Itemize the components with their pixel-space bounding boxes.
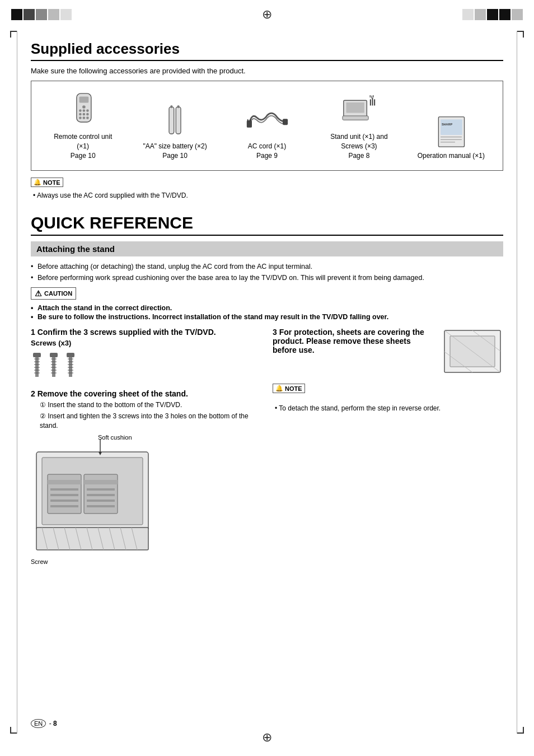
steps-right-column: 3 For protection, sheets are covering th…	[273, 328, 503, 564]
screw-icon-2	[48, 353, 60, 381]
svg-point-5	[86, 109, 89, 112]
svg-rect-70	[87, 500, 115, 502]
corner-tl	[10, 31, 17, 38]
page-footer: EN - 8	[31, 719, 57, 728]
accessories-box: Remote control unit(×1)Page 10 "AA" size…	[31, 81, 503, 171]
step-1-number: 1 Confirm the 3 screws supplied with the…	[31, 328, 261, 337]
reg-block-5	[60, 9, 72, 20]
reg-block-3	[36, 9, 47, 20]
step-3-text: For protection, sheets are covering the …	[273, 328, 424, 354]
stand-unit-icon: ï¡ï	[338, 95, 380, 129]
step-3-note: 🔔 NOTE • To detach the stand, perform th…	[273, 384, 503, 412]
svg-point-10	[82, 116, 85, 119]
tvdvd-illustration-wrapper: Soft cushion	[31, 435, 261, 565]
step-2: 2 Remove the covering sheet of the stand…	[31, 389, 261, 564]
svg-rect-22	[343, 116, 368, 120]
screw-3	[64, 353, 77, 381]
step-3: 3 For protection, sheets are covering th…	[273, 328, 503, 412]
battery-label: "AA" size battery (×2)Page 10	[132, 142, 218, 161]
svg-rect-19	[283, 119, 288, 125]
reg-block-r2	[499, 9, 510, 20]
caution-label: CAUTION	[44, 290, 72, 297]
svg-point-11	[86, 116, 89, 119]
precaution-bullet-1: Before attaching (or detaching) the stan…	[31, 262, 503, 272]
tvdvd-stand-illustration	[31, 446, 160, 556]
steps-columns: 1 Confirm the 3 screws supplied with the…	[31, 328, 503, 564]
svg-rect-21	[346, 102, 364, 113]
section-divider-1	[31, 60, 503, 61]
page-number: 8	[53, 720, 57, 727]
step-2-sub-1: ① Insert the stand to the bottom of the …	[31, 400, 261, 410]
step-3-number: 3 For protection, sheets are covering th…	[273, 328, 436, 354]
svg-rect-14	[176, 107, 181, 134]
steps-left-column: 1 Confirm the 3 screws supplied with the…	[31, 328, 261, 564]
reg-block-1	[11, 9, 22, 20]
note-label-1: 🔔 NOTE	[31, 178, 63, 187]
svg-rect-69	[50, 500, 78, 502]
caution-box: ⚠ CAUTION	[31, 287, 76, 300]
screws-illustration	[31, 353, 261, 381]
step-2-number: 2 Remove the covering sheet of the stand…	[31, 389, 261, 398]
note-icon: 🔔	[34, 179, 41, 186]
attaching-stand-header: Attaching the stand	[31, 241, 503, 256]
margin-left	[17, 31, 17, 734]
bottom-crosshair: ⊕	[262, 730, 272, 745]
footer-dash: -	[49, 720, 53, 727]
svg-rect-65	[50, 488, 78, 491]
svg-rect-28	[441, 119, 462, 135]
ac-cord-label: AC cord (×1)Page 9	[224, 142, 310, 161]
accessory-battery: "AA" size battery (×2)Page 10	[129, 99, 221, 161]
operation-manual-icon: SHARP	[434, 114, 468, 148]
svg-rect-73	[36, 528, 148, 550]
svg-rect-1	[79, 96, 88, 102]
corner-br	[517, 727, 524, 734]
stand-label: Stand unit (×1) andScrews (×3)Page 8	[316, 132, 402, 160]
accessory-stand: ï¡ï Stand unit (×1) andScrews (×3)Page 8	[313, 90, 405, 160]
soft-cushion-arrow	[97, 440, 104, 456]
remote-control-icon	[68, 92, 99, 129]
svg-rect-15	[177, 105, 180, 108]
step-2-text: Remove the covering sheet of the stand.	[38, 389, 188, 398]
reg-block-4	[48, 9, 59, 20]
svg-rect-71	[50, 505, 78, 507]
svg-text:SHARP: SHARP	[442, 123, 453, 126]
step-1-text: Confirm the 3 screws supplied with the T…	[38, 328, 216, 337]
svg-marker-58	[99, 452, 102, 455]
bold-bullet-2: Be sure to follow the instructions. Inco…	[31, 313, 503, 321]
note-box-2: 🔔 NOTE	[273, 384, 503, 393]
quick-reference-title: QUICK REFERENCE	[31, 213, 503, 232]
svg-point-3	[79, 109, 82, 112]
manual-label: Operation manual (×1)	[408, 151, 494, 161]
accessory-remote: Remote control unit(×1)Page 10	[37, 90, 129, 160]
svg-rect-63	[48, 480, 81, 484]
svg-rect-12	[169, 107, 174, 134]
battery-icon-area	[132, 99, 218, 138]
screw-icon-1	[31, 353, 43, 381]
svg-rect-68	[87, 494, 115, 496]
bold-bullet-1: Attach the stand in the correct directio…	[31, 304, 503, 312]
reg-block-r4	[475, 9, 486, 20]
screw-icon-3	[64, 353, 77, 381]
svg-rect-64	[84, 480, 118, 484]
step-3-content: 3 For protection, sheets are covering th…	[273, 328, 503, 375]
note-box-1: 🔔 NOTE	[31, 178, 503, 187]
svg-rect-72	[87, 505, 115, 507]
note-label-2: 🔔 NOTE	[273, 384, 305, 393]
accessories-row: Remote control unit(×1)Page 10 "AA" size…	[37, 90, 497, 160]
svg-rect-49	[67, 353, 74, 357]
reg-marks-left	[11, 9, 72, 20]
top-crosshair: ⊕	[262, 7, 272, 22]
step-2-sub-2: ② Insert and tighten the 3 screws into t…	[31, 412, 261, 431]
reg-block-r1	[512, 9, 523, 20]
svg-point-8	[86, 113, 89, 116]
margin-right	[517, 31, 517, 734]
battery-icon	[165, 102, 185, 138]
svg-point-9	[79, 116, 82, 119]
screw-1	[31, 353, 43, 381]
svg-point-6	[79, 113, 82, 116]
svg-text:ï¡ï: ï¡ï	[369, 95, 374, 99]
svg-rect-67	[50, 494, 78, 496]
supplied-accessories-title: Supplied accessories	[31, 40, 503, 58]
svg-rect-13	[171, 105, 173, 108]
svg-point-4	[82, 109, 85, 112]
